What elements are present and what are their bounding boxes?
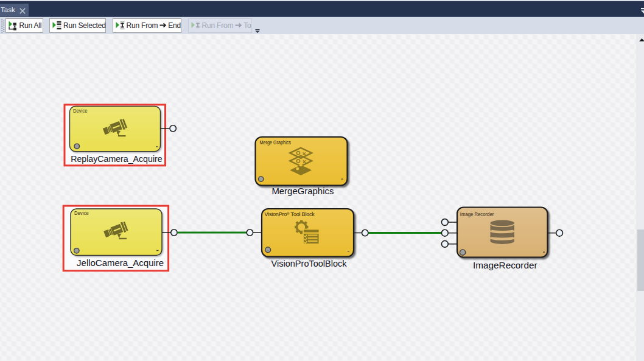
svg-text:Image Recorder: Image Recorder (460, 211, 494, 217)
svg-text:ReplayCamera_Acquire: ReplayCamera_Acquire (71, 153, 163, 164)
svg-text:VisionPro® Tool Block: VisionPro® Tool Block (265, 211, 315, 217)
svg-text:ImageRecorder: ImageRecorder (473, 260, 537, 270)
svg-text:Device: Device (73, 108, 88, 114)
svg-text:Device: Device (74, 210, 89, 216)
svg-text:VisionProToolBlock: VisionProToolBlock (271, 258, 347, 268)
svg-text:JelloCamera_Acquire: JelloCamera_Acquire (77, 258, 164, 268)
svg-text:Merge Graphics: Merge Graphics (260, 139, 292, 145)
svg-text:MergeGraphics: MergeGraphics (271, 186, 334, 196)
